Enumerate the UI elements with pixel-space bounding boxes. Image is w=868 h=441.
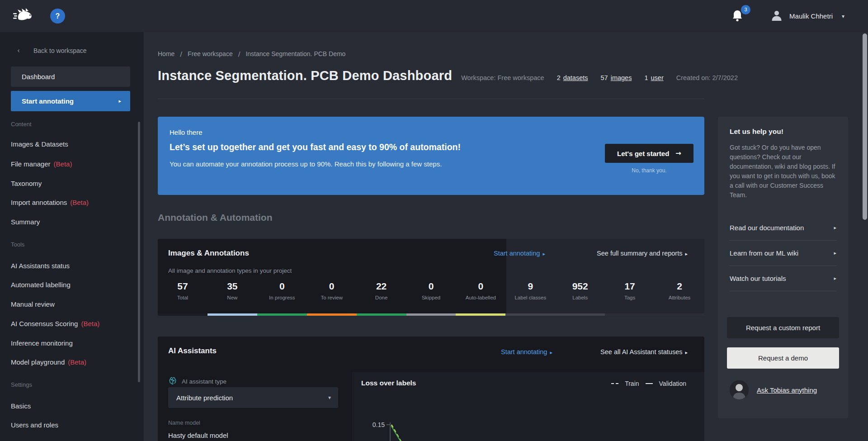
- back-to-workspace-label: Back to workspace: [33, 47, 87, 54]
- start-annotating-button[interactable]: Start annotating ▸: [11, 91, 130, 111]
- beta-badge: (Beta): [68, 358, 86, 366]
- chevron-right-icon: ▸: [685, 251, 688, 257]
- train-line-icon: [611, 383, 618, 384]
- user-stat: 1 user: [644, 74, 663, 81]
- datasets-link[interactable]: datasets: [563, 74, 588, 81]
- chevron-right-icon: ▸: [550, 350, 552, 356]
- chevron-right-icon: ▸: [834, 275, 836, 281]
- ia-card-title: Images & Annotations: [168, 249, 249, 258]
- sidebar-item-manual-review[interactable]: Manual review: [11, 300, 55, 308]
- stat-tags: 17Tags: [605, 281, 655, 300]
- notification-badge: 3: [741, 5, 750, 14]
- breadcrumb-separator: /: [238, 50, 241, 57]
- start-annotating-label: Start annotating: [22, 97, 74, 105]
- chart-title: Loss over labels: [361, 379, 416, 387]
- images-stat: 57 images: [601, 74, 632, 81]
- stat-skipped: 0Skipped: [406, 281, 456, 300]
- read-documentation-link[interactable]: Read our documentation ▸: [730, 215, 836, 241]
- user-link[interactable]: user: [651, 74, 664, 81]
- stat-label-classes: 9Label classes: [505, 281, 555, 300]
- ai-type-selected-value: Attribute prediction: [176, 394, 233, 402]
- stat-to-review: 0To review: [307, 281, 357, 300]
- ia-stats-row: 57Total 35New 0In progress 0To review 22…: [158, 281, 704, 300]
- stat-labels: 952Labels: [555, 281, 605, 300]
- banner-body: You can automate your annotation process…: [170, 160, 442, 168]
- ai-type-dropdown[interactable]: Attribute prediction ▾: [168, 387, 338, 408]
- beta-badge: (Beta): [81, 320, 99, 327]
- request-custom-report-button[interactable]: Request a custom report: [727, 317, 839, 338]
- page-title: Instance Segmentation. PCB Demo Dashboar…: [158, 68, 452, 83]
- sidebar-item-file-manager[interactable]: File manager(Beta): [11, 160, 72, 168]
- sidebar: ‹ Back to workspace Dashboard Start anno…: [0, 32, 144, 441]
- legend-train-label: Train: [625, 380, 639, 387]
- stat-in-progress: 0In progress: [257, 281, 307, 300]
- ia-start-annotating-link[interactable]: Start annotating▸: [494, 250, 545, 257]
- no-thank-you-link[interactable]: No, thank you.: [605, 167, 693, 174]
- back-to-workspace-link[interactable]: ‹ Back to workspace: [17, 47, 87, 55]
- sidebar-section-content: Content: [11, 121, 32, 128]
- chart-legend: Train Validation: [611, 380, 686, 387]
- ask-tobias-link[interactable]: Ask Tobias anything: [757, 386, 817, 394]
- model-name-value: Hasty default model: [168, 432, 228, 439]
- lets-get-started-button[interactable]: Let's get started →: [605, 144, 693, 163]
- sidebar-scrollbar[interactable]: [138, 122, 140, 382]
- arrow-right-icon: →: [675, 149, 681, 157]
- ai-assistants-card: AI Assistants Start annotating▸ See all …: [158, 337, 704, 441]
- sidebar-section-settings: Settings: [11, 381, 32, 388]
- loss-chart-lines: [390, 422, 508, 441]
- sidebar-item-taxonomy[interactable]: Taxonomy: [11, 180, 42, 187]
- model-name-label: Name model: [168, 420, 200, 426]
- breadcrumb-home[interactable]: Home: [158, 50, 175, 57]
- images-annotations-card: Images & Annotations Start annotating▸ S…: [158, 239, 704, 316]
- breadcrumb-project[interactable]: Instance Segmentation. PCB Demo: [245, 50, 345, 57]
- ai-start-annotating-link[interactable]: Start annotating▸: [501, 348, 552, 356]
- sidebar-item-ai-assistants-status[interactable]: AI Assistants status: [11, 262, 70, 270]
- workspace-label: Workspace: Free workspace: [461, 74, 544, 81]
- ia-reports-link[interactable]: See full summary and reports▸: [597, 250, 688, 257]
- stat-auto-labelled: 0Auto-labelled: [456, 281, 505, 300]
- datasets-stat: 2 datasets: [557, 74, 588, 81]
- banner-greeting: Hello there: [170, 128, 203, 136]
- sidebar-item-automated-labelling[interactable]: Automated labelling: [11, 281, 71, 289]
- help-card-body: Got stuck? Or do you have open questions…: [730, 143, 837, 200]
- notifications-button[interactable]: 3: [731, 9, 745, 24]
- images-link[interactable]: images: [611, 74, 632, 81]
- title-divider: [158, 99, 704, 99]
- ytick-015: 0.15: [366, 421, 385, 428]
- hasty-logo-icon: [13, 8, 34, 24]
- ia-subtitle: All image and annotation types in your p…: [168, 267, 292, 274]
- sidebar-item-ai-consensus-scoring[interactable]: AI Consensus Scoring(Beta): [11, 320, 99, 327]
- chevron-right-icon: ▸: [542, 251, 545, 257]
- sidebar-item-dashboard[interactable]: Dashboard: [11, 66, 130, 87]
- ai-statuses-link[interactable]: See all AI Assistant statuses▸: [600, 348, 688, 356]
- loss-chart-panel: Loss over labels Train Validation 0.15 0…: [352, 372, 704, 441]
- user-menu[interactable]: Maulik Chhetri ▾: [770, 9, 844, 24]
- sidebar-item-import-annotations[interactable]: Import annotations(Beta): [11, 199, 89, 206]
- stat-attributes: 2Attributes: [655, 281, 704, 300]
- ai-card-title: AI Assistants: [168, 346, 217, 356]
- sidebar-item-users-and-roles[interactable]: Users and roles: [11, 421, 58, 429]
- breadcrumb-separator: /: [180, 50, 182, 57]
- watch-tutorials-link[interactable]: Watch our tutorials ▸: [730, 266, 836, 291]
- dropdown-caret-icon: ▾: [328, 394, 331, 401]
- sidebar-item-summary[interactable]: Summary: [11, 218, 40, 226]
- help-button[interactable]: ?: [50, 9, 65, 24]
- sidebar-item-basics[interactable]: Basics: [11, 402, 31, 410]
- sidebar-section-tools: Tools: [11, 241, 24, 248]
- page-scrollbar-thumb[interactable]: [863, 33, 867, 220]
- ai-type-label: AI assistant type: [182, 378, 226, 385]
- sidebar-item-inference-monitoring[interactable]: Inference monitoring: [11, 339, 73, 347]
- stat-new: 35New: [208, 281, 257, 300]
- chevron-right-icon: ▸: [685, 350, 688, 356]
- sidebar-item-model-playground[interactable]: Model playground(Beta): [11, 358, 86, 366]
- user-avatar-icon: [770, 9, 783, 24]
- question-mark-icon: ?: [56, 12, 60, 20]
- sidebar-item-images-datasets[interactable]: Images & Datasets: [11, 140, 68, 148]
- banner-headline: Let’s set up together and get you fast a…: [170, 142, 461, 152]
- breadcrumb-workspace[interactable]: Free workspace: [188, 50, 233, 57]
- ml-wiki-link[interactable]: Learn from our ML wiki ▸: [730, 241, 836, 266]
- request-demo-button[interactable]: Request a demo: [727, 347, 839, 369]
- main-content: Home / Free workspace / Instance Segment…: [144, 32, 868, 441]
- help-card-title: Let us help you!: [730, 128, 783, 136]
- tobias-avatar: [730, 380, 749, 399]
